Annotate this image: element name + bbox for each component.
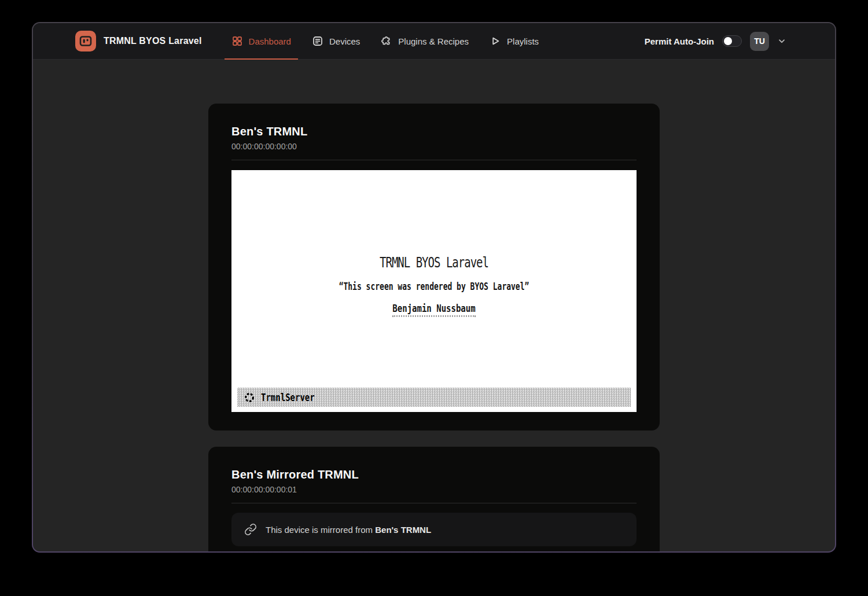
header-right: Permit Auto-Join TU — [645, 32, 786, 51]
nav-item-devices[interactable]: Devices — [305, 23, 367, 59]
spinner-icon — [244, 392, 255, 403]
nav-item-label: Plugins & Recipes — [398, 36, 469, 46]
top-navigation-bar: TRMNL BYOS Laravel Dashboard — [33, 23, 835, 60]
nav-item-plugins-recipes[interactable]: Plugins & Recipes — [374, 23, 476, 59]
app-window: TRMNL BYOS Laravel Dashboard — [33, 23, 835, 551]
device-mac-address: 00:00:00:00:00:00 — [231, 142, 637, 151]
brand[interactable]: TRMNL BYOS Laravel — [75, 31, 202, 51]
mirror-notice: This device is mirrored from Ben's TRMNL — [231, 513, 637, 546]
permit-auto-join-label: Permit Auto-Join — [645, 36, 714, 46]
nav-item-label: Devices — [329, 36, 360, 46]
nav-item-label: Playlists — [507, 36, 539, 46]
device-name: Ben's Mirrored TRMNL — [231, 468, 637, 481]
nav-item-dashboard[interactable]: Dashboard — [225, 23, 298, 59]
device-mac-address: 00:00:00:00:00:01 — [231, 485, 637, 494]
puzzle-icon — [381, 35, 392, 47]
screen-content: TRMNL BYOS Laravel “This screen was rend… — [231, 170, 637, 412]
screen-title: TRMNL BYOS Laravel — [380, 253, 488, 271]
user-menu-chevron[interactable] — [777, 36, 786, 46]
app-title: TRMNL BYOS Laravel — [104, 36, 202, 46]
mirror-message: This device is mirrored from Ben's TRMNL — [266, 525, 431, 535]
device-card-bens-trmnl: Ben's TRMNL 00:00:00:00:00:00 TRMNL BYOS… — [208, 104, 660, 431]
link-icon — [244, 523, 257, 536]
device-name: Ben's TRMNL — [231, 125, 637, 138]
devices-icon — [312, 35, 323, 47]
permit-auto-join-toggle[interactable] — [722, 35, 742, 47]
dashboard-content: Ben's TRMNL 00:00:00:00:00:00 TRMNL BYOS… — [33, 60, 835, 551]
divider — [231, 503, 637, 503]
screen-status-bar: TrmnlServer — [237, 388, 631, 407]
screen-author: Benjamin Nussbaum — [392, 302, 475, 317]
mirror-source-device-name: Ben's TRMNL — [375, 525, 431, 535]
app-window-frame: TRMNL BYOS Laravel Dashboard — [32, 22, 836, 553]
dashboard-grid-icon — [231, 35, 243, 47]
toggle-knob — [724, 37, 732, 45]
chevron-down-icon — [777, 36, 786, 46]
main-nav: Dashboard Devices — [221, 23, 550, 59]
mirror-message-prefix: This device is mirrored from — [266, 525, 375, 535]
nav-item-label: Dashboard — [249, 36, 291, 46]
device-card-bens-mirrored-trmnl: Ben's Mirrored TRMNL 00:00:00:00:00:01 T… — [208, 447, 660, 551]
device-screen-preview: TRMNL BYOS Laravel “This screen was rend… — [231, 170, 637, 412]
nav-item-playlists[interactable]: Playlists — [483, 23, 546, 59]
play-icon — [490, 35, 501, 47]
divider — [231, 160, 637, 160]
screen-quote: “This screen was rendered by BYOS Larave… — [339, 281, 529, 292]
trmnl-logo-icon — [75, 31, 96, 51]
screen-status-label: TrmnlServer — [261, 392, 315, 403]
user-avatar[interactable]: TU — [750, 32, 769, 51]
